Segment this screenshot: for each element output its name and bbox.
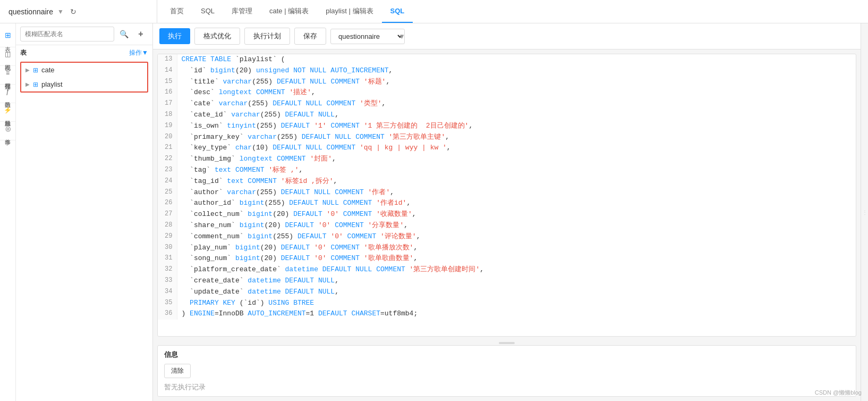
sidebar-group-table: ⊞ 表	[0, 28, 15, 47]
refresh-icon[interactable]: ↻	[70, 7, 76, 16]
tab-db-manage[interactable]: 库管理	[223, 0, 261, 23]
line-content: `tag` text COMMENT '标签 ,',	[177, 165, 856, 176]
event-icon[interactable]: ◎	[5, 125, 11, 132]
table-item-playlist[interactable]: ▶ ⊞ playlist	[21, 77, 147, 91]
code-editor[interactable]: 13 CREATE TABLE `playlist` ( 14 `id` big…	[157, 54, 856, 337]
line-number: 28	[158, 220, 177, 231]
table-icon[interactable]: ⊞	[5, 31, 11, 39]
sidebar-group-view: ◫ 视图	[0, 47, 15, 66]
tab-cate-edit[interactable]: cate | 编辑表	[261, 0, 317, 23]
table-name-playlist: playlist	[41, 80, 63, 88]
code-line: 16 `desc` longtext COMMENT '描述',	[158, 87, 856, 98]
line-number: 19	[158, 121, 177, 132]
code-line: 21 `key_type` char(10) DEFAULT NULL COMM…	[158, 143, 856, 154]
line-content: PRIMARY KEY (`id`) USING BTREE	[177, 298, 856, 309]
search-icon[interactable]: 🔍	[116, 27, 131, 41]
code-line: 27 `collect_num` bigint(20) DEFAULT '0' …	[158, 209, 856, 220]
nav-tabs: 首页 SQL 库管理 cate | 编辑表 playlist | 编辑表 SQL	[157, 0, 860, 23]
line-content: `key_type` char(10) DEFAULT NULL COMMENT…	[177, 143, 856, 154]
db-select[interactable]: questionnaire	[330, 29, 405, 44]
add-table-icon[interactable]: +	[133, 27, 148, 41]
code-line: 33 `create_date` datetime DEFAULT NULL,	[158, 275, 856, 287]
tab-home[interactable]: 首页	[161, 0, 192, 23]
line-number: 35	[158, 298, 177, 309]
plan-button[interactable]: 执行计划	[244, 28, 290, 45]
sidebar-group-event: ◎ 事件	[0, 122, 15, 140]
line-number: 13	[158, 54, 177, 65]
expand-arrow-cate: ▶	[25, 67, 30, 73]
line-content: `author_id` bigint(255) DEFAULT NULL COM…	[177, 198, 856, 209]
line-number: 29	[158, 231, 177, 243]
table-item-cate[interactable]: ▶ ⊞ cate	[21, 63, 147, 77]
table-icon-cate: ⊞	[33, 66, 38, 74]
line-number: 20	[158, 132, 177, 143]
save-button[interactable]: 保存	[294, 28, 326, 45]
left-panel: 🔍 + 表 操作▼ ▶ ⊞ cate ▶ ⊞ playlist	[16, 23, 153, 401]
line-content: `create_date` datetime DEFAULT NULL,	[177, 275, 856, 287]
tab-playlist-edit[interactable]: playlist | 编辑表	[317, 0, 381, 23]
view-icon[interactable]: ◫	[5, 51, 11, 58]
table-label[interactable]: 表	[4, 39, 11, 44]
code-line: 29 `comment_num` bigint(255) DEFAULT '0'…	[158, 231, 856, 243]
right-content: 执行 格式优化 执行计划 保存 questionnaire ▼ 13 CREAT…	[153, 23, 861, 401]
trigger-icon[interactable]: ⚡	[4, 106, 12, 114]
code-line: 36 ) ENGINE=InnoDB AUTO_INCREMENT=1 DEFA…	[158, 308, 856, 320]
code-line: 14 `id` bigint(20) unsigned NOT NULL AUT…	[158, 65, 856, 77]
clear-button[interactable]: 清除	[164, 364, 191, 378]
line-content: `share_num` bigint(20) DEFAULT '0' COMME…	[177, 220, 856, 231]
db-selector-area: questionnaire ▼ ↻	[8, 0, 157, 23]
procedure-icon[interactable]: ≡	[6, 69, 10, 77]
table-section-header: 表 操作▼	[16, 45, 152, 60]
sidebar-group-trigger: ⚡ 触发器	[0, 103, 15, 122]
line-content: `play_num` bigint(20) DEFAULT '0' COMMEN…	[177, 243, 856, 254]
line-content: `platform_create_date` datetime DEFAULT …	[177, 264, 856, 275]
line-content: CREATE TABLE `playlist` (	[177, 54, 856, 65]
watermark: CSDN @懒懒blog	[815, 389, 862, 397]
splitter[interactable]	[153, 341, 861, 345]
event-label[interactable]: 事件	[4, 132, 11, 137]
format-button[interactable]: 格式优化	[194, 28, 240, 45]
line-number: 31	[158, 253, 177, 264]
line-content: `cate_id` varchar(255) DEFAULT NULL,	[177, 110, 856, 121]
code-line: 23 `tag` text COMMENT '标签 ,',	[158, 165, 856, 176]
table-name-cate: cate	[41, 66, 55, 74]
line-number: 33	[158, 275, 177, 287]
tab-sql-1[interactable]: SQL	[192, 0, 223, 23]
func-icon[interactable]: ƒ	[6, 88, 10, 95]
code-line: 17 `cate` varchar(255) DEFAULT NULL COMM…	[158, 98, 856, 110]
line-content: `primary_key` varchar(255) DEFAULT NULL …	[177, 132, 856, 143]
code-line: 24 `tag_id` text COMMENT '标签id ,拆分',	[158, 176, 856, 187]
code-line: 25 `author` varchar(255) DEFAULT NULL CO…	[158, 187, 856, 198]
code-line: 34 `update_date` datetime DEFAULT NULL,	[158, 287, 856, 298]
procedure-label[interactable]: 存储过程	[4, 77, 11, 81]
line-number: 26	[158, 198, 177, 209]
code-line: 22 `thumb_img` longtext COMMENT '封面',	[158, 154, 856, 165]
search-input[interactable]	[20, 27, 114, 41]
line-number: 22	[158, 154, 177, 165]
code-line: 20 `primary_key` varchar(255) DEFAULT NU…	[158, 132, 856, 143]
resize-handle[interactable]: ⋮	[861, 23, 868, 401]
trigger-label[interactable]: 触发器	[4, 114, 11, 118]
code-line: 13 CREATE TABLE `playlist` (	[158, 54, 856, 65]
left-panel-header: 🔍 +	[16, 23, 152, 45]
tab-sql-active[interactable]: SQL	[382, 0, 413, 23]
execute-button[interactable]: 执行	[159, 28, 190, 44]
line-content: `title` varchar(255) DEFAULT NULL COMMEN…	[177, 77, 856, 88]
line-number: 18	[158, 110, 177, 121]
bottom-info: 信息 清除 暂无执行记录	[157, 345, 856, 397]
sidebar-group-func: ƒ 函数	[0, 85, 15, 103]
icon-sidebar: ⊞ 表 ◫ 视图 ≡ 存储过程 ƒ 函数 ⚡ 触发器 ◎ 事件	[0, 23, 16, 401]
code-line: 19 `is_own` tinyint(255) DEFAULT '1' COM…	[158, 121, 856, 132]
line-number: 15	[158, 77, 177, 88]
view-label[interactable]: 视图	[4, 58, 11, 62]
code-line: 28 `share_num` bigint(20) DEFAULT '0' CO…	[158, 220, 856, 231]
operate-btn[interactable]: 操作▼	[129, 48, 148, 57]
line-number: 32	[158, 264, 177, 275]
table-list-container: ▶ ⊞ cate ▶ ⊞ playlist	[20, 62, 148, 93]
db-dropdown-arrow[interactable]: ▼	[57, 8, 64, 15]
line-number: 25	[158, 187, 177, 198]
line-content: `id` bigint(20) unsigned NOT NULL AUTO_I…	[177, 65, 856, 77]
table-section-label: 表	[20, 48, 27, 57]
func-label[interactable]: 函数	[4, 95, 11, 99]
no-record-text: 暂无执行记录	[164, 382, 849, 392]
